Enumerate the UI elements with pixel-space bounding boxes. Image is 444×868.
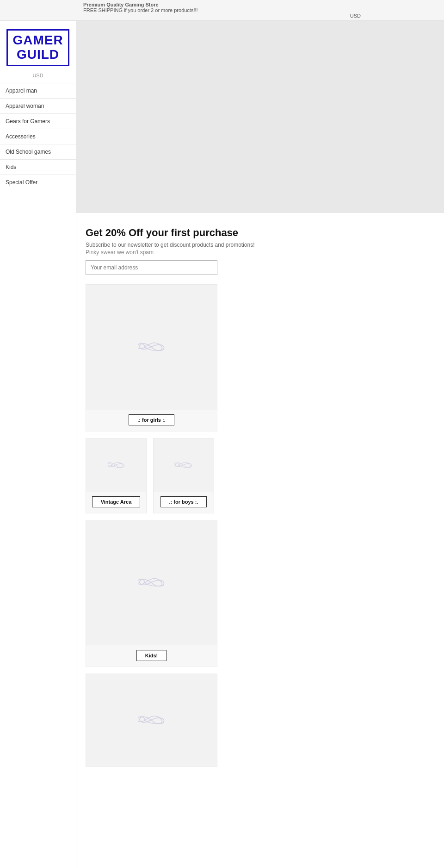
infinity-icon-last [138,713,166,727]
email-input[interactable] [86,260,217,275]
product-card-vintage-area[interactable]: Vintage Area [86,438,147,513]
product-card-kids[interactable]: Kids! [86,520,217,667]
small-cards-row: Vintage Area .: for boys :. [86,438,435,513]
hero-banner [76,21,444,213]
kids-button[interactable]: Kids! [136,650,167,661]
sidebar-navigation: Apparel man Apparel woman Gears for Game… [0,83,76,190]
product-card-for-boys[interactable]: .: for boys :. [153,438,214,513]
newsletter-subtitle: Subscribe to our newsletter to get disco… [86,242,435,248]
main-content: Get 20% Off your first purchase Subscrib… [76,21,444,868]
vintage-area-button[interactable]: Vintage Area [92,496,141,507]
sidebar-item-apparel-man[interactable]: Apparel man [0,83,76,99]
store-tagline: Premium Quality Gaming Store [83,2,361,7]
infinity-icon-girls [138,340,166,354]
logo-area[interactable]: GAMER GUILD [0,21,76,71]
sidebar: GAMER GUILD USD Apparel man Apparel woma… [0,21,76,868]
logo-box: GAMER GUILD [6,29,69,66]
product-cards-section: .: for girls :. Vintage Area [76,284,444,776]
sidebar-item-accessories[interactable]: Accessories [0,129,76,144]
newsletter-pinky: Pinky swear we won't spam [86,249,435,256]
sidebar-item-apparel-woman[interactable]: Apparel woman [0,99,76,114]
product-image-for-boys [154,438,214,492]
page-layout: GAMER GUILD USD Apparel man Apparel woma… [0,21,444,868]
sidebar-currency[interactable]: USD [0,71,76,83]
newsletter-form [86,260,435,275]
sidebar-item-gears-for-gamers[interactable]: Gears for Gamers [0,114,76,129]
for-girls-button[interactable]: .: for girls :. [129,414,174,425]
product-image-vintage [86,438,146,492]
sidebar-item-old-school-games[interactable]: Old School games [0,144,76,160]
newsletter-section: Get 20% Off your first purchase Subscrib… [76,213,444,284]
product-card-for-girls[interactable]: .: for girls :. [86,284,217,431]
top-bar: Premium Quality Gaming Store FREE SHIPPI… [0,0,444,21]
infinity-icon-vintage [107,461,125,470]
top-bar-currency: USD [83,13,361,19]
product-image-last [86,674,217,767]
for-boys-button[interactable]: .: for boys :. [160,496,207,507]
logo-text: GAMER GUILD [12,33,63,62]
infinity-icon-kids [138,576,166,590]
newsletter-title: Get 20% Off your first purchase [86,227,435,239]
shipping-notice: FREE SHIPPING if you order 2 or more pro… [83,7,361,13]
product-card-last[interactable] [86,674,217,767]
product-image-for-girls [86,285,217,410]
sidebar-item-kids[interactable]: Kids [0,160,76,175]
product-image-kids [86,520,217,645]
infinity-icon-boys [174,461,193,470]
sidebar-item-special-offer[interactable]: Special Offer [0,175,76,190]
